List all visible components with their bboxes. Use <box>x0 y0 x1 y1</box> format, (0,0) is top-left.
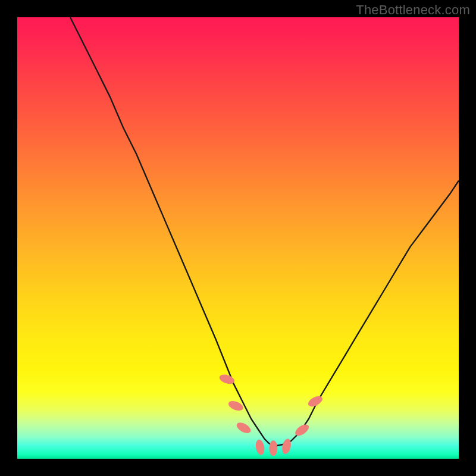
bottleneck-curve <box>70 17 459 446</box>
curve-layer <box>17 17 459 459</box>
curve-marker <box>281 438 292 455</box>
watermark-text: TheBottleneck.com <box>356 2 470 18</box>
curve-marker <box>269 440 277 456</box>
outer-frame: TheBottleneck.com <box>0 0 476 476</box>
curve-marker <box>235 421 253 436</box>
curve-marker <box>255 439 265 456</box>
plot-area <box>17 17 459 459</box>
